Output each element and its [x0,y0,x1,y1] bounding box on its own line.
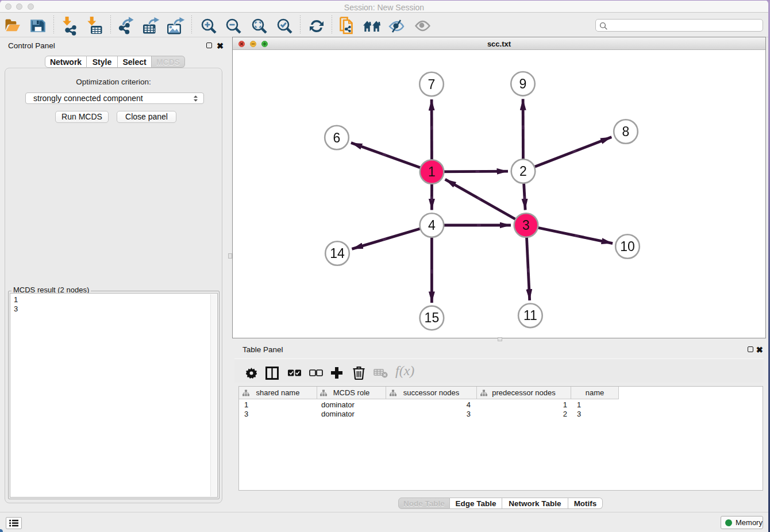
svg-text:2: 2 [519,164,527,179]
svg-text:7: 7 [428,77,436,92]
svg-text:11: 11 [523,308,537,323]
svg-text:14: 14 [330,246,345,261]
svg-text:6: 6 [333,130,341,145]
svg-text:3: 3 [522,218,530,233]
svg-text:8: 8 [622,124,630,139]
svg-text:10: 10 [620,239,635,254]
svg-text:4: 4 [428,218,436,233]
svg-text:9: 9 [519,76,527,91]
svg-text:15: 15 [425,310,440,325]
svg-text:1: 1 [428,164,436,179]
